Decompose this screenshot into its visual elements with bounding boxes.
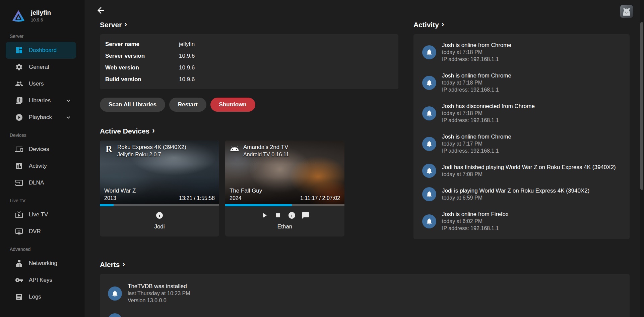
- sidebar-item-label: DVR: [29, 228, 41, 235]
- now-playing-media: R Roku Express 4K (3940X2) Jellyfin Roku…: [100, 141, 219, 206]
- sidebar-item-label: Devices: [29, 146, 49, 153]
- activity-detail: IP address: 192.168.1.1: [442, 147, 511, 154]
- page-scrollbar[interactable]: [640, 0, 644, 317]
- roku-icon: R: [104, 144, 114, 154]
- chevron-down-icon: [65, 114, 72, 121]
- info-value: 10.9.6: [179, 76, 393, 83]
- devices-icon: [15, 145, 23, 153]
- sidebar-item-logs[interactable]: Logs: [6, 288, 76, 305]
- server-info-row: Build version 10.9.6: [105, 73, 393, 85]
- active-devices-section-link[interactable]: Active Devices: [100, 126, 155, 136]
- session-stop-button[interactable]: [274, 211, 282, 219]
- activity-time: today at 7:18 PM: [442, 110, 535, 117]
- users-icon: [15, 80, 23, 88]
- server-info-card: Server name jellyfin Server version 10.9…: [100, 34, 398, 89]
- cat-avatar-image: [621, 6, 632, 17]
- activity-item: Josh is online from Chrome today at 7:18…: [422, 72, 621, 93]
- sidebar-item-networking[interactable]: Networking: [6, 255, 76, 272]
- now-playing-title: World War Z: [104, 188, 136, 194]
- playback-icon: [15, 113, 23, 121]
- server-info-row: Web version 10.9.6: [105, 62, 393, 73]
- sidebar-item-dvr[interactable]: DVR: [6, 223, 76, 240]
- shutdown-button[interactable]: Shutdown: [210, 98, 255, 112]
- back-arrow-icon: [96, 5, 106, 15]
- section-label-advanced: Advanced: [0, 240, 84, 255]
- sidebar-item-label: Playback: [29, 114, 52, 121]
- sidebar-item-label: Live TV: [29, 211, 48, 218]
- sidebar-item-live-tv[interactable]: Live TV: [6, 206, 76, 223]
- info-label: Server name: [105, 41, 179, 48]
- sidebar-item-users[interactable]: Users: [6, 75, 76, 92]
- server-section-title: Server: [100, 21, 122, 29]
- dashboard-icon: [15, 46, 23, 54]
- info-value: jellyfin: [179, 41, 393, 48]
- activity-time: today at 7:18 PM: [442, 49, 511, 56]
- message-icon: [302, 211, 310, 219]
- dvr-icon: [15, 227, 23, 235]
- session-card: R Roku Express 4K (3940X2) Jellyfin Roku…: [100, 141, 219, 236]
- notification-bell-icon: [422, 106, 436, 120]
- logs-icon: [15, 293, 23, 301]
- notification-bell-icon: [422, 76, 436, 90]
- sidebar: jellyfin 10.9.6 Server Dashboard General…: [0, 0, 84, 317]
- app-header: jellyfin 10.9.6: [0, 0, 84, 23]
- scan-all-libraries-button[interactable]: Scan All Libraries: [100, 98, 165, 112]
- activity-time: today at 6:59 PM: [442, 194, 589, 201]
- playback-progress-fill: [225, 204, 292, 206]
- sidebar-item-label: Libraries: [29, 97, 51, 104]
- networking-icon: [15, 259, 23, 267]
- main-content: Server Server name jellyfin Server versi…: [84, 0, 644, 317]
- session-play-button[interactable]: [260, 211, 268, 219]
- activity-title: Josh is online from Chrome: [442, 72, 511, 79]
- play-icon: [260, 211, 268, 219]
- sidebar-item-dlna[interactable]: DLNA: [6, 174, 76, 191]
- notification-bell-icon: [422, 187, 436, 201]
- activity-section-link[interactable]: Activity: [413, 20, 444, 29]
- activity-detail: IP address: 192.168.1.1: [442, 56, 511, 63]
- session-user: Ethan: [225, 223, 344, 230]
- session-message-button[interactable]: [302, 211, 310, 219]
- activity-detail: IP address: 192.168.1.1: [442, 86, 511, 93]
- sidebar-item-libraries[interactable]: Libraries: [6, 92, 76, 109]
- server-info-row: Server version 10.9.6: [105, 50, 393, 62]
- playback-time: 1:11:17 / 2:07:02: [300, 195, 340, 201]
- sidebar-item-activity[interactable]: Activity: [6, 158, 76, 174]
- session-info-button[interactable]: [288, 211, 296, 219]
- stop-icon: [274, 211, 282, 219]
- notification-bell-icon: [422, 164, 436, 178]
- scrollbar-thumb[interactable]: [640, 22, 643, 190]
- activity-title: Josh is online from Firefox: [442, 211, 508, 218]
- session-info-button[interactable]: [155, 211, 164, 219]
- sidebar-item-label: Activity: [29, 163, 47, 169]
- activity-icon: [15, 162, 23, 170]
- app-version: 10.9.6: [31, 17, 51, 22]
- now-playing-year: 2024: [230, 195, 262, 201]
- sidebar-item-api-keys[interactable]: API Keys: [6, 272, 76, 288]
- sidebar-item-playback[interactable]: Playback: [6, 109, 76, 126]
- section-label-server: Server: [0, 23, 84, 42]
- notification-bell-icon: [108, 313, 122, 317]
- device-client: Android TV 0.16.11: [243, 152, 289, 158]
- sidebar-item-devices[interactable]: Devices: [6, 141, 76, 158]
- activity-item: Josh is online from Chrome today at 7:17…: [422, 133, 621, 154]
- sidebar-item-label: Dashboard: [29, 47, 57, 54]
- libraries-icon: [15, 97, 23, 105]
- alert-item: AniDB was installed: [108, 313, 622, 317]
- server-section-link[interactable]: Server: [100, 20, 127, 29]
- section-label-live-tv: Live TV: [0, 191, 84, 206]
- activity-detail: IP address: 192.168.1.1: [442, 225, 508, 232]
- sidebar-item-label: General: [29, 64, 49, 70]
- info-value: 10.9.6: [179, 53, 393, 59]
- restart-button[interactable]: Restart: [169, 98, 206, 112]
- user-avatar[interactable]: [620, 5, 633, 18]
- info-label: Build version: [105, 76, 179, 83]
- sidebar-item-dashboard[interactable]: Dashboard: [6, 42, 76, 59]
- back-button[interactable]: [96, 5, 106, 15]
- alerts-section-link[interactable]: Alerts: [100, 260, 125, 269]
- alert-title: TheTVDB was installed: [128, 283, 190, 290]
- info-label: Server version: [105, 53, 179, 59]
- now-playing-title: The Fall Guy: [230, 188, 262, 194]
- session-card: Amanda's 2nd TV Android TV 0.16.11 The F…: [225, 141, 344, 236]
- sidebar-item-general[interactable]: General: [6, 59, 76, 75]
- playback-progress-bar: [225, 204, 344, 206]
